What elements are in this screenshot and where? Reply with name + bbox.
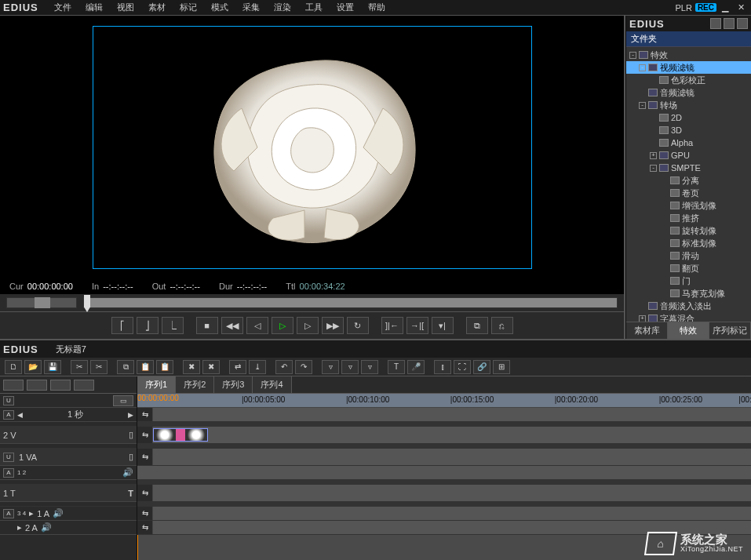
del-gap-button[interactable]: ✖ xyxy=(202,360,220,374)
marker-v-button[interactable]: ▿ xyxy=(322,360,339,374)
tree-item[interactable]: -视频滤镜 xyxy=(626,61,751,74)
tree-item[interactable]: -特效 xyxy=(626,49,751,61)
insert-button[interactable]: ⤓ xyxy=(249,360,266,374)
ripple-cut-button[interactable]: ✂ xyxy=(90,360,108,374)
track-1a-lane[interactable]: ⇆ xyxy=(137,507,751,521)
ffwd-button[interactable]: ▶▶ xyxy=(322,317,344,334)
tree-item[interactable]: 卷页 xyxy=(626,187,751,199)
tree-toggle-icon[interactable]: + xyxy=(650,152,657,159)
play-button[interactable]: ▷ xyxy=(272,317,293,334)
menu-tools[interactable]: 工具 xyxy=(299,0,329,15)
match-frame-button[interactable]: ⧉ xyxy=(466,317,488,334)
preview-viewer[interactable] xyxy=(0,16,624,278)
menu-help[interactable]: 帮助 xyxy=(362,0,392,15)
track-lock-icon[interactable]: ⇆ xyxy=(137,408,153,421)
track-lock-icon[interactable]: ⇆ xyxy=(137,521,153,534)
normalize-button[interactable]: ⫿ xyxy=(434,360,451,374)
tab-markers[interactable]: 序列标记 xyxy=(709,322,751,339)
patch-u[interactable]: U xyxy=(3,453,14,462)
rewind-button[interactable]: ◀◀ xyxy=(221,317,243,334)
tab-bin[interactable]: 素材库 xyxy=(626,322,668,339)
audio-patch-badge[interactable]: A xyxy=(3,410,14,420)
tc-ttl[interactable]: 00:00:34:22 xyxy=(300,282,345,291)
tc-in[interactable]: --:--:--:-- xyxy=(103,282,133,291)
playhead-handle[interactable] xyxy=(84,295,90,312)
panel-pin-icon[interactable] xyxy=(724,18,735,29)
copy-button[interactable]: ⧉ xyxy=(117,360,134,374)
track-area[interactable]: ⇆ ⇆ ⇆ ⇆ ⇆ ⇆ xyxy=(137,408,751,560)
seq-tab-2[interactable]: 序列2 xyxy=(176,376,214,393)
tree-item[interactable]: +GPU xyxy=(626,149,751,162)
goto-marker-button[interactable]: ▾| xyxy=(432,317,454,334)
marker-a-button[interactable]: ▿ xyxy=(341,360,359,374)
track-tool-3[interactable] xyxy=(50,380,71,391)
tab-effects[interactable]: 特效 xyxy=(668,322,709,339)
tree-item[interactable]: 标准划像 xyxy=(626,237,751,249)
close-button[interactable]: ✕ xyxy=(734,2,748,13)
next-frame-button[interactable]: ▷ xyxy=(297,317,319,334)
tree-toggle-icon[interactable]: - xyxy=(639,64,646,71)
menu-capture[interactable]: 采集 xyxy=(236,0,266,15)
tc-out[interactable]: --:--:--:-- xyxy=(170,282,199,291)
seq-tab-3[interactable]: 序列3 xyxy=(214,376,253,393)
track-2a-lane[interactable]: ⇆ xyxy=(137,521,751,535)
tc-dur[interactable]: --:--:--:-- xyxy=(237,282,267,291)
prev-frame-button[interactable]: ◁ xyxy=(246,317,268,334)
seq-tab-4[interactable]: 序列4 xyxy=(253,376,291,393)
redo-button[interactable]: ↷ xyxy=(295,360,312,374)
track-1t-header[interactable]: 1 T T xyxy=(0,485,137,502)
tree-item[interactable]: 音频淡入淡出 xyxy=(626,300,751,312)
track-lock-icon[interactable]: ⇆ xyxy=(137,507,153,520)
track-tool-2[interactable] xyxy=(27,380,47,391)
tree-item[interactable]: 推挤 xyxy=(626,212,751,224)
track-lock-icon[interactable]: ⇆ xyxy=(137,449,153,465)
tree-toggle-icon[interactable]: - xyxy=(650,165,657,172)
new-button[interactable]: 🗋 xyxy=(5,360,22,374)
prev-edit-button[interactable]: ]|← xyxy=(381,317,403,334)
tree-item[interactable]: 音频滤镜 xyxy=(626,86,751,99)
minimize-button[interactable]: ▁ xyxy=(718,2,732,13)
speaker-icon[interactable]: 🔊 xyxy=(122,467,133,478)
video-patch-badge[interactable]: U xyxy=(3,396,14,405)
menu-view[interactable]: 视图 xyxy=(111,0,140,15)
menu-file[interactable]: 文件 xyxy=(48,0,78,15)
set-in-button[interactable]: ⎡ xyxy=(111,317,133,334)
track-2v-lane[interactable]: ⇆ xyxy=(137,427,751,444)
tree-item[interactable]: -转场 xyxy=(626,99,751,111)
zoom-slider[interactable] xyxy=(6,297,77,308)
speaker-icon[interactable]: 🔊 xyxy=(41,522,52,533)
scale-label[interactable]: 1 秒 xyxy=(26,409,125,420)
video-clip[interactable] xyxy=(153,428,208,442)
tree-item[interactable]: 3D xyxy=(626,124,751,136)
patch-a12[interactable]: A xyxy=(3,468,14,478)
stop-button[interactable]: ■ xyxy=(196,317,218,334)
track-lock-icon[interactable]: ⇆ xyxy=(137,485,153,501)
menu-settings[interactable]: 设置 xyxy=(330,0,360,15)
panel-menu-icon[interactable] xyxy=(737,18,748,29)
tree-item[interactable]: 旋转划像 xyxy=(626,224,751,237)
set-out-button[interactable]: ⎦ xyxy=(137,317,159,334)
paste-button[interactable]: 📋 xyxy=(137,360,154,374)
track-1t-lane[interactable]: ⇆ xyxy=(137,485,751,502)
link-button[interactable]: 🔗 xyxy=(473,360,490,374)
replace-button[interactable]: ⇄ xyxy=(229,360,246,374)
menu-edit[interactable]: 编辑 xyxy=(79,0,109,15)
loop-button[interactable]: ↻ xyxy=(347,317,369,334)
tree-item[interactable]: +字幕混合 xyxy=(626,312,751,322)
tree-toggle-icon[interactable]: + xyxy=(639,315,646,322)
track-tool-1[interactable] xyxy=(3,380,24,391)
time-ruler[interactable]: 00:00:00:00 |00:00:05:00 |00:00:10:00 |0… xyxy=(137,394,751,408)
next-edit-button[interactable]: →|[ xyxy=(406,317,428,334)
seq-tab-1[interactable]: 序列1 xyxy=(137,376,176,393)
audio-tool-button[interactable]: 🎤 xyxy=(407,360,425,374)
tree-item[interactable]: 色彩校正 xyxy=(626,74,751,86)
tree-item[interactable]: 门 xyxy=(626,275,751,287)
track-1va-lane[interactable]: ⇆ xyxy=(137,449,751,466)
paste-attr-button[interactable]: 📋 xyxy=(156,360,173,374)
group-button[interactable]: ⊞ xyxy=(493,360,510,374)
del-cut-button[interactable]: ✖ xyxy=(183,360,200,374)
title-button[interactable]: T xyxy=(388,360,405,374)
tree-item[interactable]: 2D xyxy=(626,111,751,124)
panel-layout-icon[interactable] xyxy=(710,18,721,29)
cut-button[interactable]: ✂ xyxy=(71,360,88,374)
